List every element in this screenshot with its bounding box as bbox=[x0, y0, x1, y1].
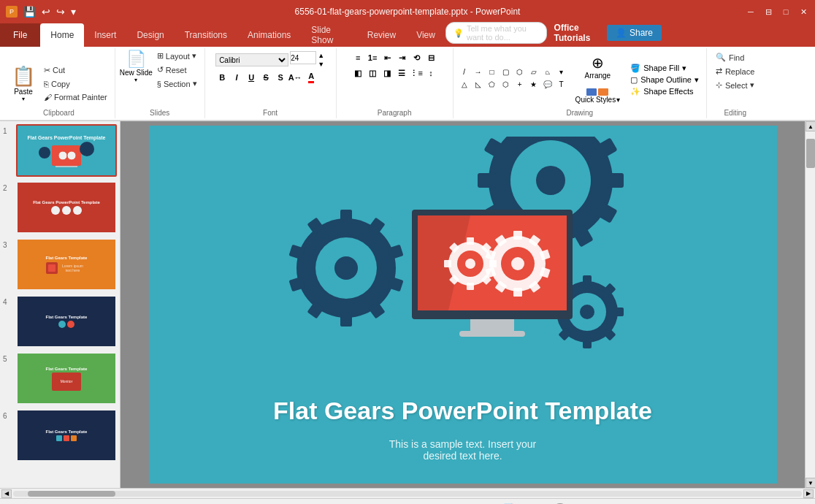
justify-button[interactable]: ☰ bbox=[395, 66, 408, 80]
shape-snip-rect[interactable]: ⬡ bbox=[513, 66, 527, 78]
reset-button[interactable]: ↺ Reset bbox=[154, 64, 200, 76]
bold-button[interactable]: B bbox=[215, 71, 229, 84]
slide-preview-1[interactable]: Flat Gears PowerPoint Template bbox=[16, 124, 117, 177]
shape-textbox[interactable]: T bbox=[555, 79, 568, 91]
bullets-button[interactable]: ≡ bbox=[351, 51, 364, 64]
strikethrough-button[interactable]: S bbox=[259, 71, 272, 84]
office-tutorials-button[interactable]: Office Tutorials bbox=[554, 23, 600, 43]
slide-thumb-4[interactable]: 4 Flat Gears Template bbox=[3, 295, 117, 348]
slide-thumb-3[interactable]: 3 Flat Gears Template Lorem ipsum text h… bbox=[3, 238, 117, 291]
font-size-increase-button[interactable]: ▲ bbox=[317, 51, 325, 60]
tell-me-input[interactable]: 💡 Tell me what you want to do... bbox=[445, 22, 547, 44]
shape-triangle[interactable]: △ bbox=[458, 79, 471, 91]
italic-button[interactable]: I bbox=[230, 71, 243, 84]
save-button[interactable]: 💾 bbox=[22, 4, 37, 19]
shape-trapezoid[interactable]: ⏢ bbox=[541, 66, 554, 78]
vertical-scrollbar[interactable]: ▲ ▼ bbox=[805, 121, 815, 488]
shape-star5[interactable]: ★ bbox=[527, 79, 540, 91]
copy-button[interactable]: ⎘ Copy bbox=[41, 78, 110, 90]
horizontal-scrollbar[interactable]: ◀ ▶ bbox=[0, 488, 815, 498]
shape-rounded-rect[interactable]: ▢ bbox=[500, 66, 513, 78]
reading-view-button[interactable]: 📖 bbox=[656, 502, 670, 505]
shape-fill-button[interactable]: 🪣 Shape Fill ▾ bbox=[627, 63, 702, 74]
slide-sorter-button[interactable]: ⊞ bbox=[638, 502, 653, 505]
shape-callout[interactable]: 💬 bbox=[541, 79, 554, 91]
scrollbar-thumb[interactable] bbox=[806, 139, 815, 168]
char-spacing-button[interactable]: A↔ bbox=[288, 71, 302, 84]
decrease-indent-button[interactable]: ⇤ bbox=[380, 51, 394, 64]
section-button[interactable]: § Section ▾ bbox=[154, 77, 200, 90]
quick-styles-button[interactable]: Quick Styles ▾ bbox=[571, 85, 625, 107]
tab-transitions[interactable]: Transitions bbox=[175, 23, 237, 47]
scroll-left-button[interactable]: ◀ bbox=[1, 489, 12, 498]
convert-to-smartart-button[interactable]: ⊟ bbox=[424, 51, 437, 64]
layout-button[interactable]: ⊞ Layout ▾ bbox=[154, 50, 200, 62]
tab-review[interactable]: Review bbox=[357, 23, 406, 47]
slide-preview-4[interactable]: Flat Gears Template bbox=[16, 295, 117, 348]
scroll-down-button[interactable]: ▼ bbox=[806, 478, 815, 488]
share-button[interactable]: 👤 Share bbox=[607, 25, 662, 41]
columns-button[interactable]: ⋮≡ bbox=[410, 66, 423, 80]
font-size-input[interactable] bbox=[290, 51, 316, 64]
shape-rtriangle[interactable]: ◺ bbox=[472, 79, 485, 91]
tab-file[interactable]: File bbox=[0, 23, 40, 47]
restore-button[interactable]: ⊟ bbox=[762, 6, 774, 18]
arrange-button[interactable]: ⊕ Arrange bbox=[579, 50, 617, 84]
new-slide-button[interactable]: 📄 New Slide ▾ bbox=[120, 50, 153, 83]
maximize-button[interactable]: □ bbox=[780, 6, 792, 18]
format-painter-button[interactable]: 🖌 Format Painter bbox=[41, 91, 110, 103]
shape-parallelogram[interactable]: ▱ bbox=[527, 66, 540, 78]
redo-button[interactable]: ↪ bbox=[55, 4, 66, 19]
paste-button[interactable]: 📋 Paste ▾ bbox=[7, 62, 39, 105]
canvas-area[interactable]: Flat Gears PowerPoint Template This is a… bbox=[120, 121, 805, 488]
close-button[interactable]: ✕ bbox=[797, 6, 809, 18]
increase-indent-button[interactable]: ⇥ bbox=[395, 51, 408, 64]
shadow-button[interactable]: S bbox=[274, 71, 287, 84]
shape-arrow-line[interactable]: → bbox=[472, 66, 485, 78]
find-button[interactable]: 🔍 Find bbox=[711, 51, 759, 64]
cut-button[interactable]: ✂ Cut bbox=[41, 64, 110, 77]
tab-home[interactable]: Home bbox=[40, 23, 84, 47]
shape-rect[interactable]: □ bbox=[486, 66, 499, 78]
numbering-button[interactable]: 1≡ bbox=[366, 51, 379, 64]
font-size-decrease-button[interactable]: ▼ bbox=[317, 60, 325, 69]
slide-thumb-5[interactable]: 5 Flat Gears Template Monitor bbox=[3, 352, 117, 405]
customize-button[interactable]: ▾ bbox=[69, 4, 77, 19]
slide-preview-5[interactable]: Flat Gears Template Monitor bbox=[16, 352, 117, 405]
shape-pentagon[interactable]: ⬠ bbox=[486, 79, 499, 91]
tab-view[interactable]: View bbox=[406, 23, 445, 47]
slideshow-button[interactable]: ▶ bbox=[673, 502, 688, 505]
align-left-button[interactable]: ◧ bbox=[351, 66, 364, 80]
tab-slideshow[interactable]: Slide Show bbox=[301, 23, 356, 47]
underline-button[interactable]: U bbox=[245, 71, 258, 84]
tab-animations[interactable]: Animations bbox=[237, 23, 301, 47]
shape-effects-button[interactable]: ✨ Shape Effects bbox=[627, 86, 702, 97]
slide-preview-6[interactable]: Flat Gears Template bbox=[16, 409, 117, 462]
align-center-button[interactable]: ◫ bbox=[366, 66, 379, 80]
replace-button[interactable]: ⇄ Replace bbox=[711, 65, 759, 77]
normal-view-button[interactable]: ⊡ bbox=[621, 502, 635, 505]
scroll-up-button[interactable]: ▲ bbox=[806, 121, 815, 131]
line-spacing-button[interactable]: ↕ bbox=[424, 66, 437, 80]
tab-design[interactable]: Design bbox=[126, 23, 174, 47]
slide-thumb-1[interactable]: 1 Flat Gears PowerPoint Template bbox=[3, 124, 117, 177]
shape-line[interactable]: / bbox=[458, 66, 471, 78]
main-slide[interactable]: Flat Gears PowerPoint Template This is a… bbox=[149, 126, 777, 484]
font-color-button[interactable]: A bbox=[305, 71, 318, 84]
undo-button[interactable]: ↩ bbox=[40, 4, 52, 19]
select-button[interactable]: ⊹ Select ▾ bbox=[711, 79, 759, 91]
slide-preview-2[interactable]: Flat Gears PowerPoint Template bbox=[16, 181, 117, 234]
shape-hexagon[interactable]: ⬡ bbox=[500, 79, 513, 91]
shape-plus[interactable]: + bbox=[513, 79, 527, 91]
text-direction-button[interactable]: ⟲ bbox=[410, 51, 423, 64]
h-scrollbar-thumb[interactable] bbox=[28, 491, 115, 497]
scroll-right-button[interactable]: ▶ bbox=[803, 489, 814, 498]
shape-more[interactable]: ▾ bbox=[555, 66, 568, 78]
slide-thumb-6[interactable]: 6 Flat Gears Template bbox=[3, 409, 117, 462]
minimize-button[interactable]: ─ bbox=[745, 6, 757, 18]
shape-outline-button[interactable]: ▢ Shape Outline ▾ bbox=[627, 75, 702, 85]
tab-insert[interactable]: Insert bbox=[84, 23, 126, 47]
slide-thumb-2[interactable]: 2 Flat Gears PowerPoint Template bbox=[3, 181, 117, 234]
slide-preview-3[interactable]: Flat Gears Template Lorem ipsum text her… bbox=[16, 238, 117, 291]
align-right-button[interactable]: ◨ bbox=[380, 66, 394, 80]
